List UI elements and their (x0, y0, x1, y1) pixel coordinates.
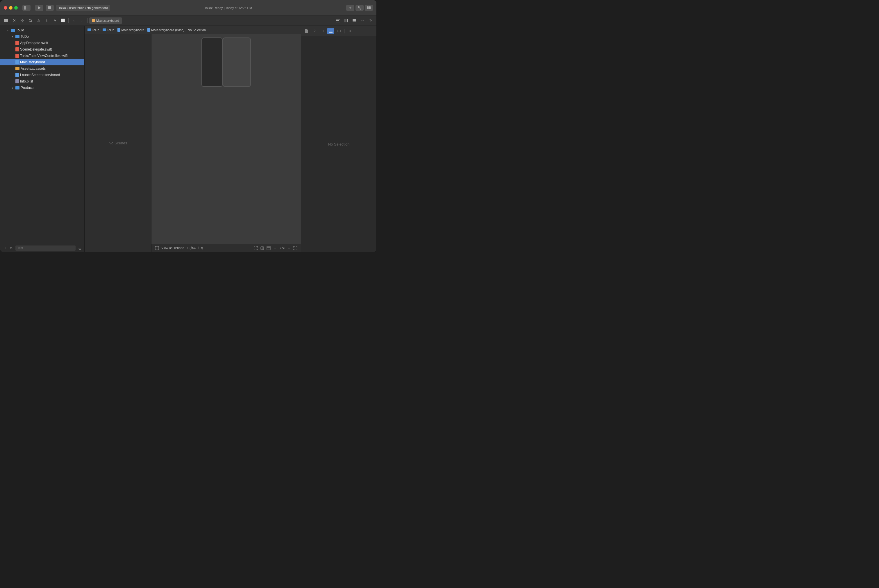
nav-item-app-delegate[interactable]: AppDelegate.swift (0, 40, 84, 46)
search-btn[interactable] (27, 17, 34, 24)
nav-label-tasks-vc: TasksTableViewController.swift (20, 54, 68, 58)
nav-item-launch-screen[interactable]: LaunchScreen.storyboard (0, 72, 84, 78)
identity-btn[interactable]: ⊞ (319, 28, 326, 34)
device-frame-dark (201, 38, 222, 87)
chevron-icon: › (67, 6, 68, 10)
nav-item-assets[interactable]: Assets.xcassets (0, 65, 84, 72)
zoom-in-btn[interactable]: + (286, 246, 291, 251)
svg-rect-33 (267, 246, 270, 250)
device-toggle-btn[interactable] (154, 246, 159, 251)
connections-btn[interactable]: ⊕ (346, 28, 353, 34)
nav-label-group-todo: ToDo (21, 34, 29, 39)
source-control-button[interactable] (356, 4, 364, 11)
grid-btn[interactable] (19, 17, 26, 24)
x-btn[interactable]: ✕ (11, 17, 18, 24)
breadcrumb-main-storyboard[interactable]: Main.storyboard (117, 28, 144, 32)
debug-btn[interactable]: ↻ (367, 17, 374, 24)
svg-rect-35 (329, 30, 332, 30)
nav-item-main-storyboard[interactable]: Main.storyboard (0, 59, 84, 65)
device-frame-light (222, 38, 251, 87)
breadcrumb-todo-2[interactable]: ToDo (103, 28, 114, 32)
stop-button[interactable] (46, 4, 54, 11)
layout-button[interactable] (365, 4, 373, 11)
zoom-out-btn[interactable]: − (272, 246, 278, 251)
navigator-footer: + (0, 244, 84, 252)
maximize-button[interactable] (14, 6, 18, 10)
assistant-btn[interactable]: ⇄ (359, 17, 366, 24)
warning-btn[interactable]: ⚠ (35, 17, 42, 24)
swift-file-icon (15, 41, 19, 45)
folder-icon-btn[interactable] (3, 17, 10, 24)
nav-item-scene-delegate[interactable]: SceneDelegate.swift (0, 46, 84, 52)
close-button[interactable] (4, 6, 7, 10)
nav-item-root-todo[interactable]: ToDo (0, 27, 84, 33)
hierarchy-toggle[interactable] (77, 246, 82, 251)
svg-rect-16 (336, 20, 339, 21)
inspector-toolbar: ? ⊞ ⊕ (301, 26, 376, 36)
editor-canvas[interactable]: No Scenes (84, 34, 301, 252)
file-inspector-btn[interactable] (303, 28, 310, 34)
device-name: iPod touch (7th generation) (69, 6, 108, 10)
align-left-btn[interactable] (335, 17, 341, 24)
editor-toolbar: ✕ ⚠ ℹ ≋ ⬜ ‹ › Main.st (0, 15, 376, 26)
zoom-fit-btn[interactable] (253, 246, 258, 251)
breadcrumb-bar: ToDo › ToDo › Main.storyboard › Main.sto… (84, 26, 301, 34)
breadcrumb-main-storyboard-base[interactable]: Main.storyboard (Base) (147, 28, 184, 32)
memory-btn[interactable]: ≋ (51, 17, 59, 24)
compare-btn[interactable]: ⬜ (60, 17, 66, 24)
svg-rect-26 (78, 247, 81, 247)
back-btn[interactable]: ‹ (71, 17, 77, 24)
bc-sep-3: › (145, 28, 146, 32)
titlebar-right-controls: + (346, 4, 373, 11)
breadcrumb-todo-1[interactable]: ToDo (87, 28, 99, 32)
disclosure-group-todo[interactable] (11, 35, 14, 38)
zoom-fullscreen-btn[interactable] (293, 246, 298, 251)
bc-folder-icon-2 (103, 28, 106, 31)
add-file-button[interactable]: + (3, 246, 8, 251)
no-scenes-label: No Scenes (109, 141, 127, 145)
nav-label-main-storyboard: Main.storyboard (20, 60, 45, 64)
xcassets-folder-icon (15, 67, 20, 70)
navigator-filter-input[interactable] (15, 246, 75, 251)
svg-point-5 (360, 8, 361, 9)
minimize-button[interactable] (9, 6, 12, 10)
canvas-area[interactable]: View as: iPhone 11 (⌘C ⇧R) (152, 34, 301, 252)
plist-file-icon (15, 79, 19, 83)
traffic-lights (4, 6, 18, 10)
main-content: ToDo ToDo AppDelegate.swift (0, 26, 376, 252)
info-btn[interactable]: ℹ (43, 17, 50, 24)
folder-icon-products (15, 86, 20, 90)
disclosure-products[interactable] (11, 86, 14, 90)
bc-storyboard-icon (117, 28, 120, 32)
filter-icon[interactable] (9, 246, 14, 251)
size-inspector-btn[interactable] (335, 28, 343, 34)
nav-item-products[interactable]: Products (0, 84, 84, 91)
zoom-aspect-btn[interactable] (260, 246, 265, 251)
svg-rect-12 (23, 21, 24, 22)
run-button[interactable] (35, 4, 43, 11)
add-button[interactable]: + (346, 4, 354, 11)
nav-label-launch-screen: LaunchScreen.storyboard (20, 73, 60, 77)
main-storyboard-tab[interactable]: Main.storyboard (89, 17, 122, 24)
quick-help-btn[interactable]: ? (311, 28, 318, 34)
navigator-toggle-button[interactable] (23, 4, 30, 11)
sidebar-toggle-group (23, 4, 30, 11)
svg-rect-21 (353, 20, 356, 21)
bc-sep-4: › (186, 28, 186, 32)
svg-line-6 (359, 8, 361, 8)
zoom-split-btn[interactable] (266, 246, 271, 251)
disclosure-root-todo[interactable] (6, 28, 10, 32)
list-btn[interactable] (351, 17, 358, 24)
svg-rect-18 (347, 19, 348, 22)
svg-rect-15 (336, 19, 340, 20)
attributes-btn[interactable] (327, 28, 334, 34)
forward-btn[interactable]: › (78, 17, 86, 24)
nav-item-group-todo[interactable]: ToDo (0, 33, 84, 40)
swift-file-icon-tasks (15, 54, 19, 58)
breadcrumb-label-2: ToDo (107, 28, 114, 32)
nav-item-tasks-vc[interactable]: TasksTableViewController.swift (0, 52, 84, 59)
scheme-selector[interactable]: ToDo › iPod touch (7th generation) (56, 4, 110, 11)
nav-item-info-plist[interactable]: Info.plist (0, 78, 84, 84)
svg-rect-36 (329, 31, 332, 32)
inspector-panel-btn[interactable] (343, 17, 350, 24)
